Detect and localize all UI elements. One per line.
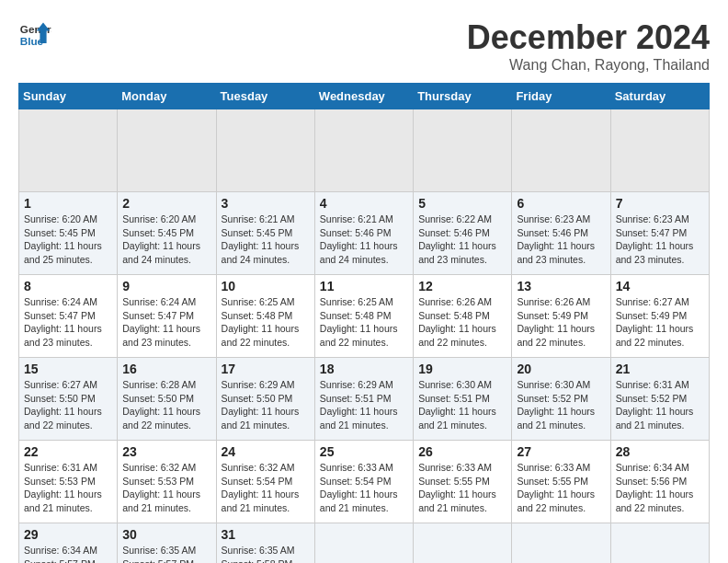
logo: General Blue <box>18 18 51 52</box>
day-info: Sunrise: 6:31 AM Sunset: 5:52 PM Dayligh… <box>616 378 704 432</box>
day-number: 10 <box>222 279 310 293</box>
calendar-cell: 11Sunrise: 6:25 AM Sunset: 5:48 PM Dayli… <box>314 275 413 358</box>
calendar-cell: 5Sunrise: 6:22 AM Sunset: 5:46 PM Daylig… <box>414 192 512 275</box>
page-header: General Blue December 2024 Wang Chan, Ra… <box>18 18 710 74</box>
day-number: 8 <box>24 279 112 293</box>
day-number: 9 <box>122 279 210 293</box>
day-number: 19 <box>418 362 506 376</box>
calendar-cell <box>314 523 413 564</box>
calendar-week-row: 15Sunrise: 6:27 AM Sunset: 5:50 PM Dayli… <box>19 358 710 441</box>
title-area: December 2024 Wang Chan, Rayong, Thailan… <box>467 18 710 74</box>
day-number: 28 <box>616 444 704 459</box>
day-number: 5 <box>418 196 506 211</box>
day-info: Sunrise: 6:35 AM Sunset: 5:58 PM Dayligh… <box>222 544 310 563</box>
day-number: 20 <box>517 362 605 376</box>
day-info: Sunrise: 6:35 AM Sunset: 5:57 PM Dayligh… <box>122 544 210 563</box>
calendar-cell: 21Sunrise: 6:31 AM Sunset: 5:52 PM Dayli… <box>610 358 709 441</box>
calendar-cell: 27Sunrise: 6:33 AM Sunset: 5:55 PM Dayli… <box>512 441 610 523</box>
day-info: Sunrise: 6:29 AM Sunset: 5:51 PM Dayligh… <box>320 378 408 432</box>
day-number: 1 <box>24 196 112 211</box>
day-number: 13 <box>517 279 605 293</box>
weekday-header: Thursday <box>414 84 512 109</box>
day-info: Sunrise: 6:33 AM Sunset: 5:55 PM Dayligh… <box>517 461 605 515</box>
day-info: Sunrise: 6:33 AM Sunset: 5:55 PM Dayligh… <box>418 461 506 515</box>
calendar-cell: 25Sunrise: 6:33 AM Sunset: 5:54 PM Dayli… <box>314 441 413 523</box>
calendar-cell: 6Sunrise: 6:23 AM Sunset: 5:46 PM Daylig… <box>512 192 610 275</box>
calendar-cell <box>118 109 216 192</box>
calendar-cell: 12Sunrise: 6:26 AM Sunset: 5:48 PM Dayli… <box>414 275 512 358</box>
calendar-cell <box>414 109 512 192</box>
day-number: 26 <box>418 444 506 459</box>
calendar-cell: 18Sunrise: 6:29 AM Sunset: 5:51 PM Dayli… <box>314 358 413 441</box>
day-info: Sunrise: 6:24 AM Sunset: 5:47 PM Dayligh… <box>24 295 112 350</box>
day-number: 31 <box>222 527 310 542</box>
weekday-header: Friday <box>512 84 610 109</box>
weekday-header: Saturday <box>610 84 709 109</box>
calendar-cell: 2Sunrise: 6:20 AM Sunset: 5:45 PM Daylig… <box>118 192 216 275</box>
location-title: Wang Chan, Rayong, Thailand <box>467 57 710 74</box>
day-info: Sunrise: 6:25 AM Sunset: 5:48 PM Dayligh… <box>222 295 310 350</box>
day-info: Sunrise: 6:22 AM Sunset: 5:46 PM Dayligh… <box>418 213 506 267</box>
weekday-header: Monday <box>118 84 216 109</box>
calendar-week-row: 29Sunrise: 6:34 AM Sunset: 5:57 PM Dayli… <box>19 523 710 564</box>
day-info: Sunrise: 6:31 AM Sunset: 5:53 PM Dayligh… <box>24 461 112 515</box>
calendar-cell <box>610 523 709 564</box>
day-info: Sunrise: 6:27 AM Sunset: 5:49 PM Dayligh… <box>616 295 704 350</box>
calendar-cell: 1Sunrise: 6:20 AM Sunset: 5:45 PM Daylig… <box>19 192 118 275</box>
day-number: 16 <box>122 362 210 376</box>
calendar-cell: 28Sunrise: 6:34 AM Sunset: 5:56 PM Dayli… <box>610 441 709 523</box>
day-number: 18 <box>320 362 408 376</box>
calendar-cell: 15Sunrise: 6:27 AM Sunset: 5:50 PM Dayli… <box>19 358 118 441</box>
calendar-table: SundayMondayTuesdayWednesdayThursdayFrid… <box>18 83 710 563</box>
weekday-header: Tuesday <box>216 84 314 109</box>
calendar-cell: 13Sunrise: 6:26 AM Sunset: 5:49 PM Dayli… <box>512 275 610 358</box>
calendar-week-row <box>19 109 710 192</box>
calendar-cell: 23Sunrise: 6:32 AM Sunset: 5:53 PM Dayli… <box>118 441 216 523</box>
day-number: 29 <box>24 527 112 542</box>
calendar-week-row: 8Sunrise: 6:24 AM Sunset: 5:47 PM Daylig… <box>19 275 710 358</box>
day-number: 23 <box>122 444 210 459</box>
calendar-cell: 10Sunrise: 6:25 AM Sunset: 5:48 PM Dayli… <box>216 275 314 358</box>
day-info: Sunrise: 6:32 AM Sunset: 5:54 PM Dayligh… <box>222 461 310 515</box>
calendar-cell <box>610 109 709 192</box>
day-number: 30 <box>122 527 210 542</box>
day-number: 3 <box>222 196 310 211</box>
weekday-header: Sunday <box>19 84 118 109</box>
day-info: Sunrise: 6:30 AM Sunset: 5:51 PM Dayligh… <box>418 378 506 432</box>
calendar-week-row: 22Sunrise: 6:31 AM Sunset: 5:53 PM Dayli… <box>19 441 710 523</box>
weekday-header: Wednesday <box>314 84 413 109</box>
calendar-cell: 17Sunrise: 6:29 AM Sunset: 5:50 PM Dayli… <box>216 358 314 441</box>
weekday-header-row: SundayMondayTuesdayWednesdayThursdayFrid… <box>19 84 710 109</box>
logo-icon: General Blue <box>18 18 51 52</box>
calendar-cell: 20Sunrise: 6:30 AM Sunset: 5:52 PM Dayli… <box>512 358 610 441</box>
calendar-week-row: 1Sunrise: 6:20 AM Sunset: 5:45 PM Daylig… <box>19 192 710 275</box>
calendar-cell: 4Sunrise: 6:21 AM Sunset: 5:46 PM Daylig… <box>314 192 413 275</box>
calendar-cell <box>314 109 413 192</box>
calendar-cell: 30Sunrise: 6:35 AM Sunset: 5:57 PM Dayli… <box>118 523 216 564</box>
calendar-cell: 7Sunrise: 6:23 AM Sunset: 5:47 PM Daylig… <box>610 192 709 275</box>
day-number: 21 <box>616 362 704 376</box>
day-number: 4 <box>320 196 408 211</box>
calendar-cell: 19Sunrise: 6:30 AM Sunset: 5:51 PM Dayli… <box>414 358 512 441</box>
day-number: 7 <box>616 196 704 211</box>
day-info: Sunrise: 6:23 AM Sunset: 5:47 PM Dayligh… <box>616 213 704 267</box>
calendar-cell: 14Sunrise: 6:27 AM Sunset: 5:49 PM Dayli… <box>610 275 709 358</box>
month-title: December 2024 <box>467 18 710 57</box>
day-info: Sunrise: 6:21 AM Sunset: 5:46 PM Dayligh… <box>320 213 408 267</box>
day-info: Sunrise: 6:27 AM Sunset: 5:50 PM Dayligh… <box>24 378 112 432</box>
calendar-cell <box>512 523 610 564</box>
calendar-cell: 31Sunrise: 6:35 AM Sunset: 5:58 PM Dayli… <box>216 523 314 564</box>
calendar-cell: 26Sunrise: 6:33 AM Sunset: 5:55 PM Dayli… <box>414 441 512 523</box>
day-info: Sunrise: 6:33 AM Sunset: 5:54 PM Dayligh… <box>320 461 408 515</box>
day-info: Sunrise: 6:34 AM Sunset: 5:57 PM Dayligh… <box>24 544 112 563</box>
day-info: Sunrise: 6:34 AM Sunset: 5:56 PM Dayligh… <box>616 461 704 515</box>
day-info: Sunrise: 6:25 AM Sunset: 5:48 PM Dayligh… <box>320 295 408 350</box>
day-number: 14 <box>616 279 704 293</box>
calendar-cell <box>512 109 610 192</box>
calendar-cell <box>216 109 314 192</box>
day-number: 15 <box>24 362 112 376</box>
day-number: 25 <box>320 444 408 459</box>
calendar-cell: 3Sunrise: 6:21 AM Sunset: 5:45 PM Daylig… <box>216 192 314 275</box>
calendar-cell: 8Sunrise: 6:24 AM Sunset: 5:47 PM Daylig… <box>19 275 118 358</box>
day-info: Sunrise: 6:26 AM Sunset: 5:48 PM Dayligh… <box>418 295 506 350</box>
